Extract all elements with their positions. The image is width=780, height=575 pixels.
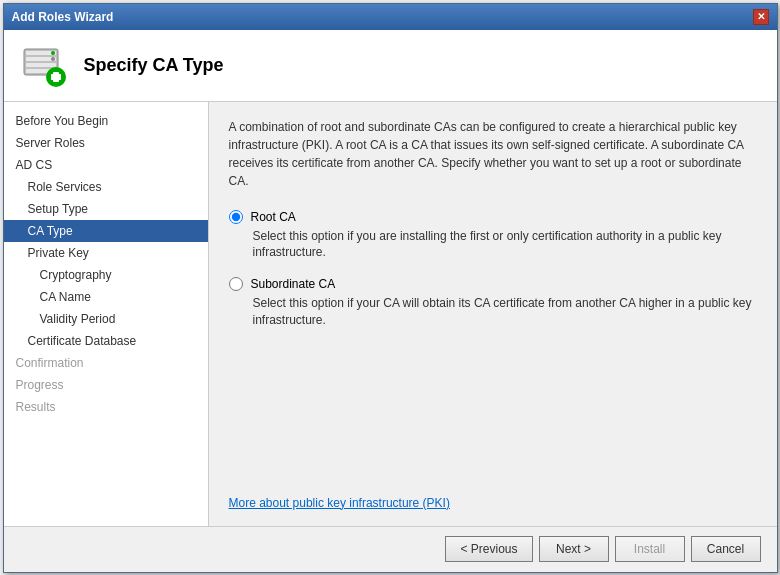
sidebar-item-confirmation: Confirmation bbox=[4, 352, 208, 374]
title-bar: Add Roles Wizard ✕ bbox=[4, 4, 777, 30]
next-button[interactable]: Next > bbox=[539, 536, 609, 562]
wizard-footer: < Previous Next > Install Cancel bbox=[4, 526, 777, 572]
subordinate-ca-radio[interactable] bbox=[229, 277, 243, 291]
root-ca-description: Select this option if you are installing… bbox=[253, 228, 757, 262]
window-title: Add Roles Wizard bbox=[12, 10, 114, 24]
subordinate-ca-description: Select this option if your CA will obtai… bbox=[253, 295, 757, 329]
sidebar-item-validity-period[interactable]: Validity Period bbox=[4, 308, 208, 330]
sidebar-item-ca-name[interactable]: CA Name bbox=[4, 286, 208, 308]
main-content: A combination of root and subordinate CA… bbox=[209, 102, 777, 526]
sidebar-item-cryptography[interactable]: Cryptography bbox=[4, 264, 208, 286]
root-ca-label-row: Root CA bbox=[229, 210, 757, 224]
header-icon bbox=[20, 41, 68, 89]
header-title: Specify CA Type bbox=[84, 55, 224, 76]
content-area: Before You BeginServer RolesAD CSRole Se… bbox=[4, 102, 777, 526]
pki-link[interactable]: More about public key infrastructure (PK… bbox=[229, 496, 450, 510]
sidebar-item-before-you-begin[interactable]: Before You Begin bbox=[4, 110, 208, 132]
sidebar-item-progress: Progress bbox=[4, 374, 208, 396]
close-button[interactable]: ✕ bbox=[753, 9, 769, 25]
subordinate-ca-label-row: Subordinate CA bbox=[229, 277, 757, 291]
cancel-button[interactable]: Cancel bbox=[691, 536, 761, 562]
previous-button[interactable]: < Previous bbox=[445, 536, 532, 562]
sidebar-item-role-services[interactable]: Role Services bbox=[4, 176, 208, 198]
root-ca-label[interactable]: Root CA bbox=[251, 210, 296, 224]
root-ca-radio[interactable] bbox=[229, 210, 243, 224]
sidebar-item-ad-cs[interactable]: AD CS bbox=[4, 154, 208, 176]
sidebar-item-results: Results bbox=[4, 396, 208, 418]
wizard-header: Specify CA Type bbox=[4, 30, 777, 102]
svg-rect-9 bbox=[51, 74, 61, 80]
sidebar-item-ca-type[interactable]: CA Type bbox=[4, 220, 208, 242]
sidebar-item-certificate-database[interactable]: Certificate Database bbox=[4, 330, 208, 352]
sidebar-item-setup-type[interactable]: Setup Type bbox=[4, 198, 208, 220]
sidebar-item-server-roles[interactable]: Server Roles bbox=[4, 132, 208, 154]
link-area: More about public key infrastructure (PK… bbox=[229, 480, 757, 510]
subordinate-ca-option: Subordinate CA Select this option if you… bbox=[229, 277, 757, 329]
svg-rect-3 bbox=[26, 63, 56, 67]
svg-point-5 bbox=[51, 51, 55, 55]
install-button[interactable]: Install bbox=[615, 536, 685, 562]
root-ca-option: Root CA Select this option if you are in… bbox=[229, 210, 757, 262]
description-text: A combination of root and subordinate CA… bbox=[229, 118, 757, 190]
svg-point-6 bbox=[51, 57, 55, 61]
subordinate-ca-label[interactable]: Subordinate CA bbox=[251, 277, 336, 291]
sidebar: Before You BeginServer RolesAD CSRole Se… bbox=[4, 102, 209, 526]
title-bar-left: Add Roles Wizard bbox=[12, 10, 114, 24]
wizard-window: Add Roles Wizard ✕ Specify CA Typ bbox=[3, 3, 778, 573]
sidebar-item-private-key[interactable]: Private Key bbox=[4, 242, 208, 264]
